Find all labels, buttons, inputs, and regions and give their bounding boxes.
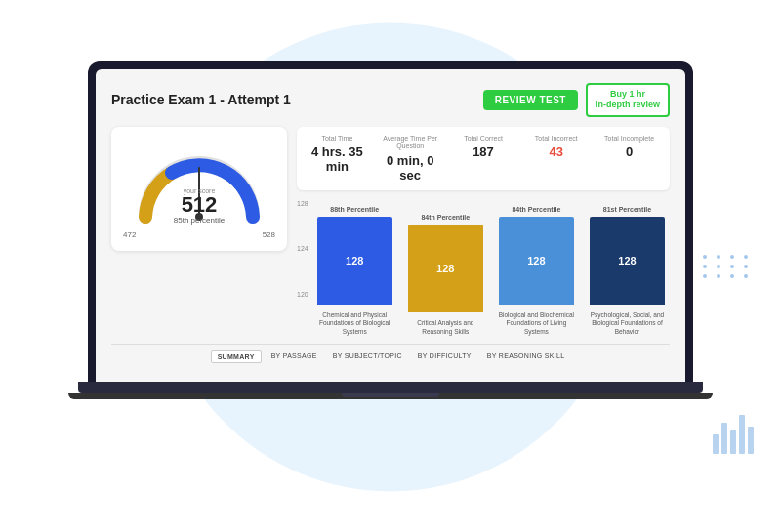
chart-column-3: 84th Percentile 128 Biological and Bioch…: [494, 206, 579, 336]
exam-title: Practice Exam 1 - Attempt 1: [111, 92, 291, 107]
y-axis: 128 124 120: [297, 200, 312, 298]
dot: [717, 255, 720, 259]
bar-container-3: 128: [494, 217, 579, 305]
bar-3: 128: [499, 217, 574, 305]
stat-incomplete: Total Incomplete 0: [598, 135, 660, 183]
stat-total-time-value: 4 hrs. 35 min: [307, 144, 368, 174]
y-label-1: 128: [297, 200, 308, 207]
screen-content: Practice Exam 1 - Attempt 1 RevIEW TeST …: [96, 69, 685, 382]
score-number: 512: [174, 194, 225, 216]
bar-container-4: 128: [585, 217, 670, 305]
percentile-3: 84th Percentile: [512, 206, 560, 213]
stat-avg-time: Average Time Per Question 0 min, 0 sec: [380, 135, 441, 183]
chart-label-4: Psychological, Social, and Biological Fo…: [585, 311, 670, 336]
chart-label-2: Critical Analysis and Reasoning Skills: [403, 319, 488, 336]
buy-btn-line1: Buy 1 hr: [610, 89, 645, 99]
dot: [744, 265, 748, 268]
bar-1: 128: [317, 217, 392, 305]
dot: [717, 265, 720, 268]
vbar-5: [748, 427, 754, 454]
vbar-2: [721, 423, 727, 454]
stat-correct-label: Total Correct: [453, 135, 514, 143]
percentile-4: 81st Percentile: [603, 206, 651, 213]
chart-column-2: 84th Percentile 128 Critical Analysis an…: [403, 214, 488, 336]
bar-container-1: 128: [312, 217, 397, 305]
dot: [744, 274, 748, 278]
stat-correct: Total Correct 187: [453, 135, 514, 183]
score-range-high: 528: [263, 230, 275, 239]
score-range-low: 472: [123, 230, 136, 239]
buy-review-button[interactable]: Buy 1 hr in-depth review: [586, 83, 670, 117]
stat-total-time: Total Time 4 hrs. 35 min: [307, 135, 368, 183]
dot: [730, 255, 734, 259]
dot: [730, 274, 734, 278]
y-label-3: 120: [297, 291, 308, 298]
score-center: your score 512 85th percentile: [174, 187, 225, 225]
chart-column-1: 88th Percentile 128 Chemical and Physica…: [312, 206, 397, 336]
laptop-device: Practice Exam 1 - Attempt 1 RevIEW TeST …: [68, 61, 713, 471]
y-label-2: 124: [297, 245, 308, 252]
gauge-container: your score 512 85th percentile: [131, 139, 267, 217]
tab-subject-topic[interactable]: BY SUBJECT/TOPIC: [327, 350, 408, 363]
score-panel: your score 512 85th percentile 472 528: [111, 127, 287, 251]
chart-wrapper: 128 124 120 88th Percentile 128: [297, 200, 670, 336]
stat-incorrect-label: Total Incorrect: [525, 135, 587, 143]
stat-avg-time-label: Average Time Per Question: [380, 135, 441, 151]
stat-correct-value: 187: [453, 144, 514, 159]
stats-row: Total Time 4 hrs. 35 min Average Time Pe…: [297, 127, 670, 190]
tab-reasoning-skill[interactable]: BY REASONING SKILL: [481, 350, 571, 363]
tab-summary[interactable]: SUMMARY: [211, 350, 262, 363]
stat-incorrect: Total Incorrect 43: [525, 135, 587, 183]
right-panel: Total Time 4 hrs. 35 min Average Time Pe…: [297, 127, 670, 336]
tabs-row: SUMMARY BY PASSAGE BY SUBJECT/TOPIC BY D…: [111, 344, 670, 363]
tab-passage[interactable]: BY PASSAGE: [266, 350, 323, 363]
percentile-label: 85th percentile: [174, 216, 225, 225]
chart-label-1: Chemical and Physical Foundations of Bio…: [312, 311, 397, 336]
score-range: 472 528: [123, 230, 275, 239]
review-test-button[interactable]: RevIEW TeST: [483, 90, 578, 110]
bar-2: 128: [408, 225, 483, 312]
laptop-base: [78, 382, 703, 393]
stat-avg-time-value: 0 min, 0 sec: [380, 153, 441, 183]
percentile-2: 84th Percentile: [421, 214, 470, 221]
buy-btn-line2: in-depth review: [596, 100, 660, 109]
dot: [744, 255, 748, 259]
stat-incomplete-label: Total Incomplete: [598, 135, 660, 143]
vbar-3: [730, 430, 736, 454]
vbar-4: [739, 415, 745, 454]
header-buttons: RevIEW TeST Buy 1 hr in-depth review: [483, 83, 670, 117]
chart-area: 88th Percentile 128 Chemical and Physica…: [312, 200, 670, 336]
bar-4: 128: [590, 217, 665, 305]
vertical-bars-decoration: [713, 415, 754, 454]
stat-incorrect-value: 43: [525, 144, 587, 159]
stat-incomplete-value: 0: [598, 144, 660, 159]
dot: [717, 274, 720, 278]
laptop-screen-outer: Practice Exam 1 - Attempt 1 RevIEW TeST …: [88, 61, 693, 382]
chart-label-3: Biological and Biochemical Foundations o…: [494, 311, 579, 336]
dot: [730, 265, 734, 268]
chart-column-4: 81st Percentile 128 Psychological, Socia…: [585, 206, 670, 336]
laptop-screen-inner: Practice Exam 1 - Attempt 1 RevIEW TeST …: [96, 69, 685, 382]
percentile-1: 88th Percentile: [330, 206, 379, 213]
header-row: Practice Exam 1 - Attempt 1 RevIEW TeST …: [111, 83, 670, 117]
tab-difficulty[interactable]: BY DIFFICULTY: [412, 350, 477, 363]
vbar-1: [713, 434, 719, 454]
stat-total-time-label: Total Time: [307, 135, 368, 143]
bar-container-2: 128: [403, 225, 488, 312]
main-area: your score 512 85th percentile 472 528: [111, 127, 670, 336]
